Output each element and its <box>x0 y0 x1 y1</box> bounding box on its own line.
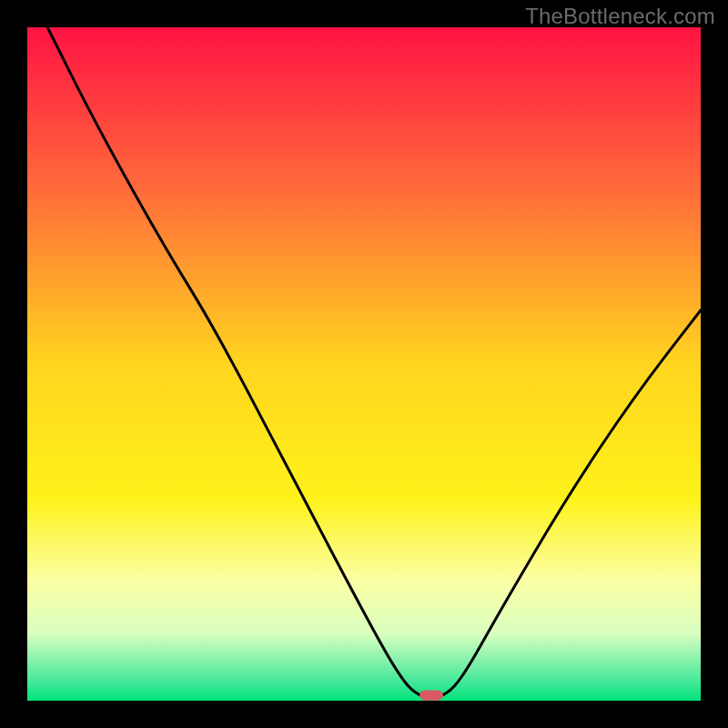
bottleneck-chart: TheBottleneck.com <box>0 0 728 728</box>
chart-svg <box>0 0 728 728</box>
optimal-marker <box>420 691 443 701</box>
watermark-text: TheBottleneck.com <box>525 4 715 29</box>
plot-background <box>27 27 701 701</box>
